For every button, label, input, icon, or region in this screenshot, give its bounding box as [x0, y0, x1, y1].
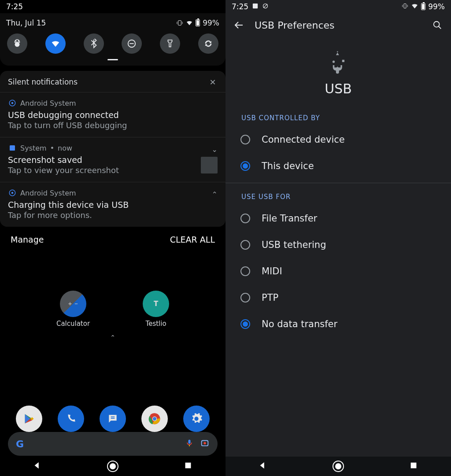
image-icon [252, 2, 259, 11]
radio-label: MIDI [262, 266, 282, 277]
wifi-icon [411, 2, 418, 11]
search-icon[interactable] [432, 19, 443, 31]
status-time: 7:25 [6, 2, 23, 11]
svg-line-23 [439, 26, 441, 29]
recents-button[interactable] [183, 461, 193, 472]
svg-point-7 [11, 192, 14, 194]
qs-battery-pct: 99% [203, 18, 219, 27]
silent-notification-group: Silent notifications ✕ Android System US… [0, 71, 226, 227]
svg-point-16 [203, 442, 206, 445]
svg-rect-13 [189, 440, 191, 444]
back-button[interactable] [33, 461, 42, 472]
back-button[interactable] [258, 461, 268, 472]
mic-icon[interactable] [185, 439, 194, 449]
notif-time: now [58, 144, 72, 152]
chevron-up-icon[interactable]: ⌃ [212, 190, 218, 199]
wifi-icon [186, 19, 193, 26]
google-search-bar[interactable]: G [8, 432, 218, 456]
statusbar-right: 7:25 99% [226, 0, 451, 13]
svg-rect-18 [253, 4, 258, 8]
svg-rect-21 [404, 4, 406, 8]
settings-app-icon [8, 188, 17, 197]
qs-drag-handle[interactable] [107, 59, 118, 60]
radio-icon [240, 135, 250, 144]
svg-rect-24 [411, 463, 417, 469]
recents-button[interactable] [409, 461, 418, 472]
dock-messages[interactable] [100, 406, 126, 432]
notification-charging[interactable]: Android System ⌃ Charging this device vi… [0, 182, 226, 227]
settings-app-icon [8, 99, 17, 107]
qs-date: Thu, Jul 15 [6, 18, 46, 27]
clear-all-button[interactable]: CLEAR ALL [170, 235, 215, 244]
radio-this-device[interactable]: This device [226, 153, 451, 179]
app-testlio[interactable]: T Testlio [143, 291, 169, 328]
radio-ptp[interactable]: PTP [226, 284, 451, 311]
notification-usb-debugging[interactable]: Android System USB debugging connected T… [0, 92, 226, 137]
qs-toggle-flashlight[interactable] [160, 33, 180, 54]
qs-toggle-autorotate[interactable] [198, 33, 218, 54]
notif-title: Charging this device via USB [8, 200, 218, 210]
statusbar-left: 7:25 [0, 0, 226, 13]
back-arrow-icon[interactable] [233, 19, 245, 31]
qs-toggle-bluetooth[interactable] [84, 33, 104, 54]
usb-icon [329, 68, 347, 77]
notif-app-name: Android System [20, 99, 76, 107]
svg-point-4 [11, 102, 14, 104]
home-button[interactable] [333, 461, 344, 472]
battery-icon [421, 3, 425, 10]
status-battery-pct: 99% [428, 2, 445, 11]
radio-usb-tethering[interactable]: USB tethering [226, 232, 451, 258]
svg-point-22 [434, 22, 440, 27]
app-calculator[interactable]: ＋－ Calculator [56, 291, 90, 328]
photos-app-icon [8, 144, 17, 152]
dock-phone[interactable] [58, 406, 84, 432]
notif-body: Tap for more options. [8, 210, 218, 220]
radio-label: No data transfer [262, 319, 337, 329]
manage-notifications-button[interactable]: Manage [11, 235, 44, 244]
google-logo-icon: G [16, 439, 24, 450]
dock-settings[interactable] [183, 406, 210, 432]
dnd-off-icon [262, 2, 269, 11]
battery-icon [196, 19, 200, 26]
qs-status-icons: 99% [176, 18, 219, 27]
screenshot-thumbnail[interactable] [201, 157, 218, 173]
radio-midi[interactable]: MIDI [226, 258, 451, 284]
qs-toggle-android[interactable] [7, 33, 27, 54]
notification-screenshot[interactable]: System • now ⌄ Screenshot saved Tap to v… [0, 137, 226, 182]
radio-icon [240, 293, 250, 303]
section-use-usb-for: USE USB FOR [226, 183, 451, 205]
notif-body: Tap to view your screenshot [8, 166, 218, 175]
radio-icon [240, 161, 250, 171]
lens-icon[interactable] [200, 438, 210, 450]
svg-rect-5 [10, 145, 15, 151]
radio-no-data-transfer[interactable]: No data transfer [226, 311, 451, 337]
radio-label: This device [262, 161, 314, 171]
qs-toggle-wifi[interactable] [45, 33, 66, 54]
app-label: Calculator [56, 320, 90, 328]
radio-file-transfer[interactable]: File Transfer [226, 205, 451, 232]
dock [0, 406, 226, 432]
qs-toggle-dnd[interactable] [122, 33, 142, 54]
chevron-down-icon[interactable]: ⌄ [212, 145, 218, 154]
vibrate-icon [402, 2, 408, 11]
dock-play-store[interactable] [16, 406, 42, 432]
silent-header-label: Silent notifications [8, 77, 78, 86]
notif-body: Tap to turn off USB debugging [8, 121, 218, 130]
usb-hero-title: USB [226, 81, 451, 96]
radio-connected-device[interactable]: Connected device [226, 126, 451, 153]
quick-settings-panel[interactable]: Thu, Jul 15 99% [0, 13, 226, 66]
radio-label: Connected device [262, 134, 345, 145]
close-icon[interactable]: ✕ [208, 77, 218, 87]
radio-label: PTP [262, 292, 278, 303]
dock-chrome[interactable] [141, 406, 168, 432]
svg-point-12 [153, 417, 156, 421]
app-drawer-handle[interactable]: ⌃ [4, 334, 221, 341]
appbar: USB Preferences [226, 13, 451, 37]
radio-icon [240, 240, 250, 250]
notif-title: Screenshot saved [8, 155, 218, 165]
home-button[interactable] [107, 461, 118, 472]
page-title: USB Preferences [255, 20, 422, 31]
app-label: Testlio [146, 320, 166, 328]
radio-label: USB tethering [262, 240, 326, 250]
radio-label: File Transfer [262, 213, 317, 224]
